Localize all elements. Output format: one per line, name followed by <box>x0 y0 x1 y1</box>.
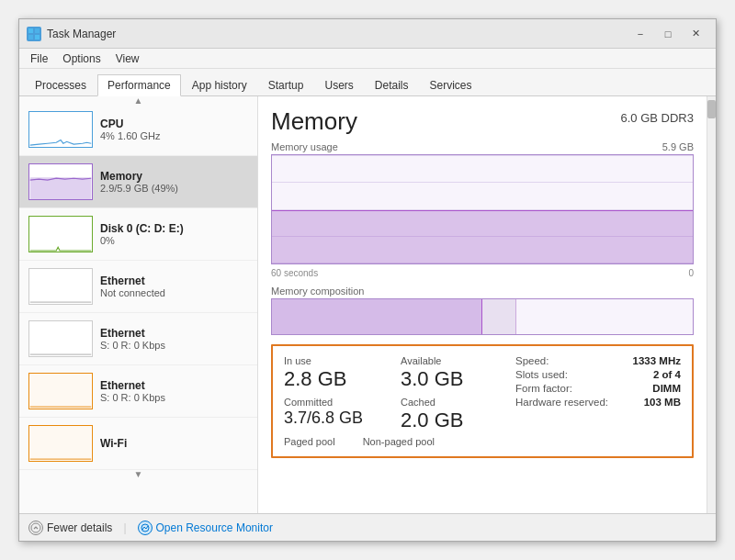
cpu-title: CPU <box>100 118 248 130</box>
title-bar: Task Manager − □ ✕ <box>19 19 716 49</box>
form-value: DIMM <box>652 383 681 394</box>
disk-info: Disk 0 (C: D: E:) 0% <box>100 222 248 246</box>
eth3-mini-graph <box>28 373 93 409</box>
tab-details[interactable]: Details <box>365 74 419 95</box>
close-button[interactable]: ✕ <box>683 25 708 43</box>
main-scrollbar[interactable] <box>707 96 716 513</box>
memory-spec: 6.0 GB DDR3 <box>621 111 694 125</box>
eth1-subtitle: Not connected <box>100 287 248 298</box>
speed-value: 1333 MHz <box>633 355 681 366</box>
paged-labels: Paged pool Non-paged pool <box>284 436 508 447</box>
comp-standby <box>482 299 516 334</box>
memory-title: Memory <box>100 170 248 183</box>
comp-in-use <box>272 299 482 334</box>
speed-label: Speed: <box>515 355 548 366</box>
menu-options[interactable]: Options <box>55 50 107 67</box>
main-panel: Memory 6.0 GB DDR3 Memory usage 5.9 GB <box>258 96 707 513</box>
chart-label: Memory usage <box>271 141 338 152</box>
eth1-title: Ethernet <box>100 274 248 287</box>
svg-rect-6 <box>30 426 92 461</box>
committed-value: 3.7/6.8 GB <box>284 409 391 428</box>
resource-monitor-icon <box>138 521 153 535</box>
fewer-details-button[interactable]: Fewer details <box>28 521 112 535</box>
eth1-info: Ethernet Not connected <box>100 274 248 298</box>
non-paged-pool-label: Non-paged pool <box>363 436 435 447</box>
sidebar-item-memory[interactable]: Memory 2.9/5.9 GB (49%) <box>19 156 257 208</box>
window-controls: − □ ✕ <box>628 25 708 43</box>
eth3-info: Ethernet S: 0 R: 0 Kbps <box>100 379 248 403</box>
tab-performance[interactable]: Performance <box>97 74 181 96</box>
svg-rect-1 <box>35 28 40 33</box>
tabs-bar: Processes Performance App history Startu… <box>19 69 716 96</box>
menu-file[interactable]: File <box>23 50 55 67</box>
svg-rect-4 <box>30 177 92 199</box>
stats-content: In use 2.8 GB Available 3.0 GB Committed… <box>284 355 681 447</box>
eth2-subtitle: S: 0 R: 0 Kbps <box>100 340 248 351</box>
tab-app-history[interactable]: App history <box>182 74 257 95</box>
sidebar-item-cpu[interactable]: CPU 4% 1.60 GHz <box>19 104 257 156</box>
slots-label: Slots used: <box>515 369 568 380</box>
sidebar-item-ethernet3[interactable]: Ethernet S: 0 R: 0 Kbps <box>19 365 257 418</box>
eth3-subtitle: S: 0 R: 0 Kbps <box>100 392 248 403</box>
available-label: Available <box>401 355 508 366</box>
fewer-details-icon <box>28 521 43 535</box>
comp-free <box>516 299 693 334</box>
svg-rect-5 <box>30 374 92 409</box>
maximize-button[interactable]: □ <box>655 25 681 43</box>
stat-form-row: Form factor: DIMM <box>515 383 681 394</box>
stat-committed: Committed 3.7/6.8 GB <box>284 397 391 432</box>
stat-in-use: In use 2.8 GB <box>284 355 391 391</box>
window-title: Task Manager <box>47 28 628 40</box>
wifi-info: Wi-Fi <box>100 437 248 450</box>
tab-processes[interactable]: Processes <box>25 74 96 95</box>
svg-rect-3 <box>35 35 40 39</box>
in-use-value: 2.8 GB <box>284 367 391 391</box>
slots-value: 2 of 4 <box>653 369 681 380</box>
hw-reserved-value: 103 MB <box>644 397 681 408</box>
resource-monitor-label: Open Resource Monitor <box>156 521 273 534</box>
eth1-mini-graph <box>28 268 93 305</box>
sidebar-item-ethernet2[interactable]: Ethernet S: 0 R: 0 Kbps <box>19 313 257 365</box>
cached-value: 2.0 GB <box>401 409 508 432</box>
fewer-details-label: Fewer details <box>47 521 112 534</box>
tab-services[interactable]: Services <box>420 74 482 95</box>
tab-startup[interactable]: Startup <box>258 74 314 95</box>
composition-label: Memory composition <box>271 286 694 297</box>
cpu-info: CPU 4% 1.60 GHz <box>100 118 248 141</box>
stats-right: Speed: 1333 MHz Slots used: 2 of 4 Form … <box>515 355 681 447</box>
disk-subtitle: 0% <box>100 235 248 246</box>
main-header: Memory 6.0 GB DDR3 <box>271 107 694 136</box>
cpu-subtitle: 4% 1.60 GHz <box>100 130 248 141</box>
menu-bar: File Options View <box>19 49 716 69</box>
eth2-info: Ethernet S: 0 R: 0 Kbps <box>100 327 248 351</box>
eth2-title: Ethernet <box>100 327 248 340</box>
minimize-button[interactable]: − <box>628 25 653 43</box>
stats-box: In use 2.8 GB Available 3.0 GB Committed… <box>271 344 694 458</box>
committed-label: Committed <box>284 397 391 408</box>
paged-pool-label: Paged pool <box>284 436 335 447</box>
chart-label-row: Memory usage 5.9 GB <box>271 141 694 152</box>
sidebar-item-ethernet1[interactable]: Ethernet Not connected <box>19 261 257 313</box>
memory-chart-fill <box>272 210 693 263</box>
sidebar-item-wifi[interactable]: Wi-Fi <box>19 418 257 470</box>
disk-title: Disk 0 (C: D: E:) <box>100 222 248 235</box>
wifi-mini-graph <box>28 425 93 462</box>
app-icon <box>27 27 41 41</box>
wifi-title: Wi-Fi <box>100 437 248 450</box>
sidebar-item-disk[interactable]: Disk 0 (C: D: E:) 0% <box>19 208 257 261</box>
stat-available: Available 3.0 GB <box>401 355 508 391</box>
content-area: ▲ CPU 4% 1.60 GHz <box>19 96 716 513</box>
svg-rect-2 <box>28 35 33 39</box>
stats-left: In use 2.8 GB Available 3.0 GB Committed… <box>284 355 508 447</box>
eth2-mini-graph <box>28 320 93 357</box>
tab-users[interactable]: Users <box>314 74 363 95</box>
open-resource-monitor-link[interactable]: Open Resource Monitor <box>138 521 273 535</box>
memory-main-title: Memory <box>271 107 357 136</box>
memory-subtitle: 2.9/5.9 GB (49%) <box>100 183 248 194</box>
menu-view[interactable]: View <box>108 50 147 67</box>
stat-hw-reserved-row: Hardware reserved: 103 MB <box>515 397 681 408</box>
sidebar: ▲ CPU 4% 1.60 GHz <box>19 96 258 513</box>
disk-mini-graph <box>28 216 93 252</box>
bottom-bar: Fewer details | Open Resource Monitor <box>19 513 716 541</box>
cached-label: Cached <box>401 397 508 408</box>
